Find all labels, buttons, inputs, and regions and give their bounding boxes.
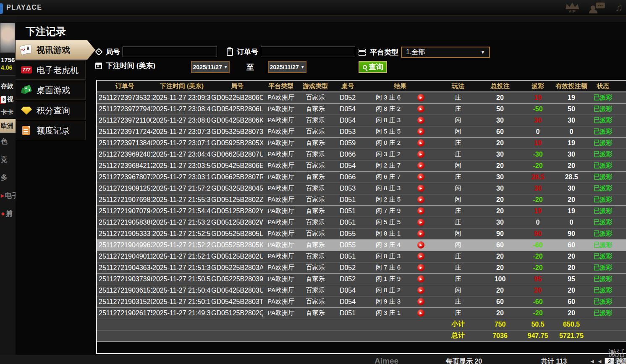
replay-play-button[interactable]: ▶	[417, 151, 424, 158]
replay-play-button[interactable]: ▶	[417, 196, 424, 203]
balance-amount: 1756	[0, 56, 16, 63]
bg-menu-jing[interactable]: 竞	[0, 151, 16, 169]
grand-total-row: 总计7036947.755721.75	[97, 330, 626, 341]
table-row[interactable]: 2511272190533372025-11-27 21:52:52GD0552…	[97, 228, 626, 239]
menu-item-live-games[interactable]: K♥9 视讯游戏	[16, 40, 95, 60]
first-page-button[interactable]: ◄	[589, 358, 595, 364]
replay-play-button[interactable]: ▶	[417, 94, 424, 101]
bg-thumbnail-name: Aimee	[375, 356, 398, 364]
bg-menu-europe-selected[interactable]: 欧洲	[0, 119, 16, 133]
replay-play-button[interactable]: ▶	[417, 241, 424, 249]
time-filter-label: 下注时间 (美东)	[106, 61, 155, 71]
table-row[interactable]: 2511272190315202025-11-27 21:50:10GD0542…	[97, 296, 626, 307]
table-row[interactable]: 2511272190261752025-11-27 21:49:30GD0512…	[97, 307, 626, 319]
table-row[interactable]: 2511272190361512025-11-27 21:50:46GD0542…	[97, 285, 626, 296]
total-count-label: 共计 113	[541, 357, 567, 364]
table-row[interactable]: 2511272190769812025-11-27 21:55:32GD0512…	[97, 194, 626, 205]
bg-menu-kaka[interactable]: 卡卡	[0, 106, 16, 119]
replay-play-button[interactable]: ▶	[417, 253, 424, 260]
replay-play-button[interactable]: ▶	[417, 287, 424, 294]
platform-select[interactable]: 1.全部 ▼	[401, 47, 490, 58]
bg-menu-buyu[interactable]: ●捕	[0, 205, 16, 223]
replay-play-button[interactable]: ▶	[417, 207, 424, 215]
date-to-dropdown[interactable]: 2025/11/27 ▼	[268, 61, 306, 73]
red-arrow-icon: ▸	[1, 192, 4, 199]
column-header: 局号	[211, 81, 263, 92]
bonus-amount: 4.06	[0, 64, 16, 71]
table-row[interactable]: 2511272397172442025-11-27 23:07:32GD0532…	[97, 126, 626, 137]
music-icon[interactable]: ♫	[615, 2, 623, 13]
playing-cards-icon: K♥9	[21, 45, 32, 55]
bg-menu-dianzi[interactable]: ▸电子	[0, 187, 16, 205]
table-row[interactable]: 2511272190490112025-11-27 21:52:19GD0512…	[97, 251, 626, 262]
prev-page-button[interactable]: ◄	[597, 358, 602, 364]
table-row[interactable]: 2511272397211002025-11-27 23:08:01GD0542…	[97, 115, 626, 126]
bg-menu-se[interactable]: 色	[0, 133, 16, 151]
bg-menu-live[interactable]: 9视	[0, 93, 16, 106]
table-row[interactable]: 2511272396780732025-11-27 23:03:14GD0662…	[97, 171, 626, 183]
vip-button[interactable]: VIP	[566, 2, 579, 13]
menu-item-quota-record[interactable]: 额度记录	[16, 121, 86, 140]
modal-title: 下注记录	[16, 22, 626, 40]
table-row[interactable]: 2511272190436342025-11-27 21:51:39GD0522…	[97, 262, 626, 273]
replay-play-button[interactable]: ▶	[417, 173, 424, 181]
bg-menu-duo[interactable]: 多	[0, 169, 16, 187]
platform-stack-icon	[359, 49, 366, 56]
replay-play-button[interactable]: ▶	[417, 117, 424, 124]
customer-service-button[interactable]: …	[589, 2, 605, 13]
column-header: 玩法	[437, 81, 479, 92]
table-row[interactable]: 2511272190707942025-11-27 21:54:48GD0512…	[97, 205, 626, 217]
result-text: 闲 8 庄 1	[376, 230, 401, 238]
column-header: 订单号	[97, 81, 152, 92]
clipboard-icon	[227, 48, 233, 56]
table-row[interactable]: 2511272190912512025-11-27 21:57:22GD0532…	[97, 183, 626, 194]
menu-item-slots[interactable]: 777 电子老虎机	[16, 60, 86, 80]
replay-play-button[interactable]: ▶	[417, 275, 424, 283]
replay-play-button[interactable]: ▶	[417, 162, 424, 169]
user-avatar[interactable]	[0, 23, 15, 53]
search-icon	[363, 65, 367, 69]
chevron-down-icon: ▼	[224, 65, 228, 69]
result-text: 闲 5 庄 5	[376, 128, 401, 136]
result-text: 闲 6 庄 7	[376, 173, 401, 181]
bg-menu-deposit[interactable]: 存款	[0, 80, 16, 93]
replay-play-button[interactable]: ▶	[417, 264, 424, 271]
replay-play-button[interactable]: ▶	[417, 128, 424, 135]
replay-play-button[interactable]: ▶	[417, 309, 424, 317]
result-text: 闲 7 庄 9	[376, 207, 401, 215]
calendar-icon	[95, 63, 102, 69]
brand-logo: PLAYΔCE	[6, 4, 42, 11]
result-text: 闲 8 庄 3	[376, 116, 401, 124]
table-row[interactable]: 2511272397138402025-11-27 23:07:14GD0592…	[97, 137, 626, 149]
replay-play-button[interactable]: ▶	[417, 105, 424, 113]
result-text: 闲 8 庄 2	[376, 105, 401, 113]
replay-play-button[interactable]: ▶	[417, 230, 424, 237]
replay-play-button[interactable]: ▶	[417, 219, 424, 226]
points-diamond-icon	[21, 105, 32, 116]
replay-play-button[interactable]: ▶	[417, 139, 424, 147]
date-from-dropdown[interactable]: 2025/11/27 ▼	[191, 61, 230, 73]
card-icon: 9	[1, 96, 6, 103]
result-text: 闲 8 庄 3	[376, 252, 401, 260]
table-row[interactable]: 2511272397353272025-11-27 23:09:35GD0522…	[97, 92, 626, 103]
table-row[interactable]: 2511272190583862025-11-27 21:53:24GD0512…	[97, 217, 626, 228]
table-row[interactable]: 2511272397279432025-11-27 23:08:46GD0542…	[97, 103, 626, 115]
replay-play-button[interactable]: ▶	[417, 298, 424, 305]
chat-bubble-icon: …	[596, 3, 605, 8]
pagination-bar: Aimee 每页显示 20 共计 113 ◄ ◄ 2 跳到	[0, 355, 626, 364]
table-row[interactable]: 2511272190499632025-11-27 21:52:27GD0552…	[97, 239, 626, 251]
table-row[interactable]: 2511272190373962025-11-27 21:50:55GD0522…	[97, 273, 626, 285]
round-input[interactable]	[123, 47, 217, 57]
table-row[interactable]: 2511272396842122025-11-27 23:03:54GD0542…	[97, 160, 626, 171]
menu-item-table-games[interactable]: 桌面游戏	[16, 81, 86, 100]
menu-item-points[interactable]: 积分查询	[16, 101, 86, 120]
table-row[interactable]: 2511272396924012025-11-27 23:04:48GD0662…	[97, 149, 626, 160]
background-page-sliver: 1756 4.06 存款 9视 卡卡 欧洲 色 竞 多 ▸电子 ●捕	[0, 16, 16, 364]
chevron-down-icon: ▼	[301, 65, 305, 69]
result-text: 闲 3 庄 1	[376, 309, 401, 317]
betting-records-modal: 下注记录 K♥9 视讯游戏 777 电子老虎机 桌面游戏 积分查询 额度记录 局…	[16, 22, 626, 355]
order-input[interactable]	[261, 47, 355, 57]
replay-play-button[interactable]: ▶	[417, 185, 424, 192]
search-button[interactable]: 查询	[359, 61, 387, 73]
brand-accent	[0, 3, 3, 14]
